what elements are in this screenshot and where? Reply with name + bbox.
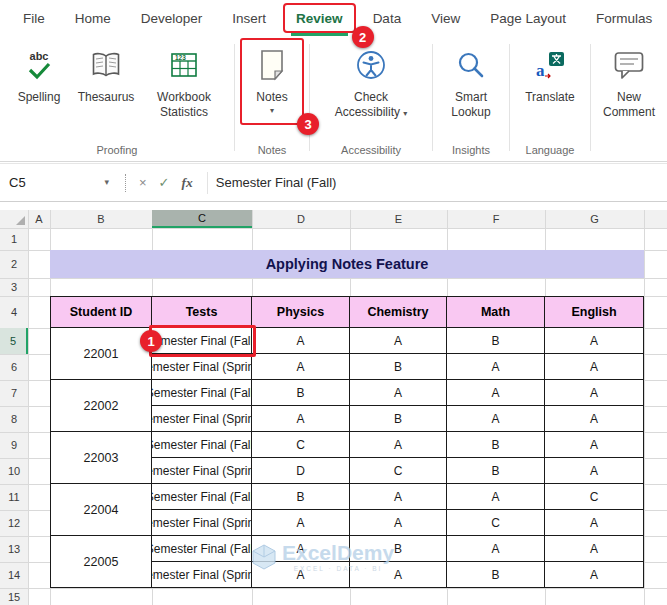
- row-header-6[interactable]: 6: [0, 354, 28, 380]
- translate-button[interactable]: a Translate: [517, 39, 583, 108]
- row-header-3[interactable]: 3: [0, 278, 28, 296]
- row-header-13[interactable]: 13: [0, 536, 28, 562]
- cell-C14[interactable]: Semester Final (Spring): [152, 562, 252, 588]
- row-header-12[interactable]: 12: [0, 510, 28, 536]
- cell-F11[interactable]: A: [447, 484, 545, 510]
- cell-E6[interactable]: B: [350, 354, 447, 380]
- cell-G5[interactable]: A: [545, 328, 644, 354]
- cell-G8[interactable]: A: [545, 406, 644, 432]
- tab-file[interactable]: File: [8, 0, 60, 36]
- cell-E4[interactable]: Chemistry: [350, 296, 447, 328]
- sheet-title[interactable]: Applying Notes Feature: [50, 250, 644, 278]
- cell-D8[interactable]: A: [252, 406, 350, 432]
- cell-E5[interactable]: A: [350, 328, 447, 354]
- cell-D6[interactable]: A: [252, 354, 350, 380]
- tab-page-layout[interactable]: Page Layout: [475, 0, 581, 36]
- cell-D12[interactable]: A: [252, 510, 350, 536]
- cell-F6[interactable]: A: [447, 354, 545, 380]
- cell-F9[interactable]: B: [447, 432, 545, 458]
- smart-lookup-button[interactable]: Smart Lookup: [440, 39, 502, 123]
- col-header-e[interactable]: E: [350, 210, 447, 228]
- col-header-a[interactable]: A: [28, 210, 50, 228]
- cell-D10[interactable]: D: [252, 458, 350, 484]
- cell-E7[interactable]: A: [350, 380, 447, 406]
- col-header-f[interactable]: F: [447, 210, 545, 228]
- cell-E13[interactable]: B: [350, 536, 447, 562]
- cell-E11[interactable]: A: [350, 484, 447, 510]
- spelling-button[interactable]: abc Spelling: [7, 39, 71, 108]
- select-all-button[interactable]: [0, 210, 28, 228]
- insert-function-icon[interactable]: fx: [176, 175, 199, 191]
- cell-F4[interactable]: Math: [447, 296, 545, 328]
- row-header-9[interactable]: 9: [0, 432, 28, 458]
- row-header-8[interactable]: 8: [0, 406, 28, 432]
- cell-C10[interactable]: Semester Final (Spring): [152, 458, 252, 484]
- row-header-7[interactable]: 7: [0, 380, 28, 406]
- cell-G4[interactable]: English: [545, 296, 644, 328]
- row-header-4[interactable]: 4: [0, 296, 28, 328]
- cell-B13-merged[interactable]: 22005: [50, 536, 152, 588]
- cell-F8[interactable]: A: [447, 406, 545, 432]
- cell-F13[interactable]: A: [447, 536, 545, 562]
- cell-E12[interactable]: A: [350, 510, 447, 536]
- chevron-down-icon[interactable]: ▾: [104, 178, 109, 187]
- cell-G6[interactable]: A: [545, 354, 644, 380]
- cell-D11[interactable]: B: [252, 484, 350, 510]
- enter-icon[interactable]: ✓: [153, 175, 176, 190]
- row-header-15[interactable]: 15: [0, 588, 28, 605]
- cell-C11[interactable]: Semester Final (Fall): [152, 484, 252, 510]
- col-header-d[interactable]: D: [252, 210, 350, 228]
- notes-button[interactable]: Notes ▾ 3: [244, 39, 300, 118]
- cell-B7-merged[interactable]: 22002: [50, 380, 152, 432]
- cell-C6[interactable]: Semester Final (Spring): [152, 354, 252, 380]
- cell-F7[interactable]: A: [447, 380, 545, 406]
- formula-bar-value[interactable]: Semester Final (Fall): [216, 175, 337, 190]
- row-header-14[interactable]: 14: [0, 562, 28, 588]
- cell-C13[interactable]: Semester Final (Fall): [152, 536, 252, 562]
- cell-D7[interactable]: B: [252, 380, 350, 406]
- cell-F14[interactable]: B: [447, 562, 545, 588]
- cell-G9[interactable]: A: [545, 432, 644, 458]
- cell-G10[interactable]: A: [545, 458, 644, 484]
- row-header-10[interactable]: 10: [0, 458, 28, 484]
- tab-home[interactable]: Home: [60, 0, 126, 36]
- cell-G13[interactable]: A: [545, 536, 644, 562]
- cell-G12[interactable]: A: [545, 510, 644, 536]
- cell-D4[interactable]: Physics: [252, 296, 350, 328]
- cancel-icon[interactable]: ×: [133, 175, 153, 190]
- tab-developer[interactable]: Developer: [126, 0, 218, 36]
- col-header-b[interactable]: B: [50, 210, 152, 228]
- cell-E14[interactable]: A: [350, 562, 447, 588]
- cell-E9[interactable]: A: [350, 432, 447, 458]
- cell-F12[interactable]: C: [447, 510, 545, 536]
- cell-B9-merged[interactable]: 22003: [50, 432, 152, 484]
- row-header-1[interactable]: 1: [0, 228, 28, 250]
- cell-C8[interactable]: Semester Final (Spring): [152, 406, 252, 432]
- cell-C5[interactable]: Semester Final (Fall): [152, 328, 252, 354]
- cell-B11-merged[interactable]: 22004: [50, 484, 152, 536]
- check-accessibility-button[interactable]: Check Accessibility ▾: [325, 39, 417, 123]
- thesaurus-button[interactable]: Thesaurus: [71, 39, 141, 108]
- row-header-2[interactable]: 2: [0, 250, 28, 278]
- cell-F10[interactable]: B: [447, 458, 545, 484]
- cell-B5-merged[interactable]: 22001: [50, 328, 152, 380]
- tab-formulas[interactable]: Formulas: [581, 0, 667, 36]
- cell-G11[interactable]: C: [545, 484, 644, 510]
- cell-G14[interactable]: A: [545, 562, 644, 588]
- cell-C9[interactable]: Semester Final (Fall): [152, 432, 252, 458]
- tab-view[interactable]: View: [416, 0, 475, 36]
- name-box[interactable]: C5 ▾: [0, 164, 118, 201]
- cell-E10[interactable]: C: [350, 458, 447, 484]
- new-comment-button[interactable]: New Comment: [591, 39, 667, 123]
- cell-F5[interactable]: B: [447, 328, 545, 354]
- cell-G7[interactable]: A: [545, 380, 644, 406]
- cell-E8[interactable]: B: [350, 406, 447, 432]
- workbook-statistics-button[interactable]: 123 Workbook Statistics: [141, 39, 227, 123]
- col-header-c[interactable]: C: [152, 210, 252, 228]
- tab-insert[interactable]: Insert: [217, 0, 281, 36]
- cell-C7[interactable]: Semester Final (Fall): [152, 380, 252, 406]
- col-header-g[interactable]: G: [545, 210, 644, 228]
- cell-D9[interactable]: C: [252, 432, 350, 458]
- cell-D5[interactable]: A: [252, 328, 350, 354]
- cell-C4[interactable]: Tests: [152, 296, 252, 328]
